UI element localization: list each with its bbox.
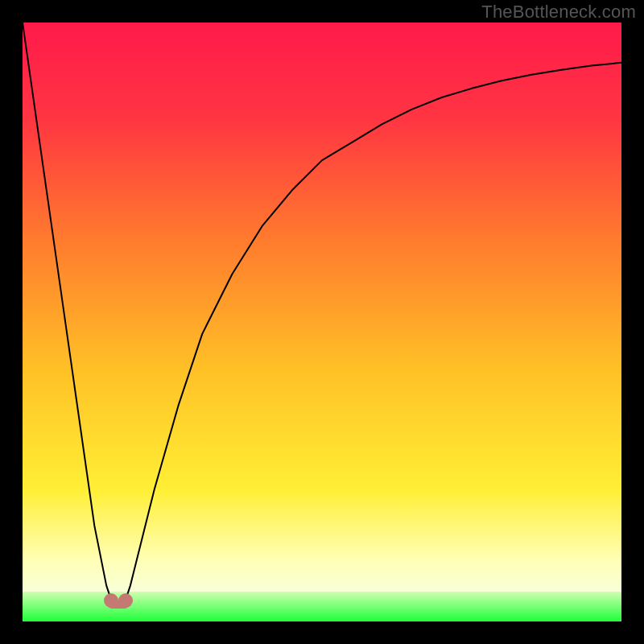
dip-marker — [101, 592, 136, 612]
attribution-text: TheBottleneck.com — [481, 2, 636, 23]
bottleneck-curve — [23, 23, 621, 621]
plot-area — [23, 23, 621, 621]
chart-frame: TheBottleneck.com — [0, 0, 644, 644]
svg-rect-2 — [108, 601, 129, 609]
curve-path — [23, 23, 621, 604]
